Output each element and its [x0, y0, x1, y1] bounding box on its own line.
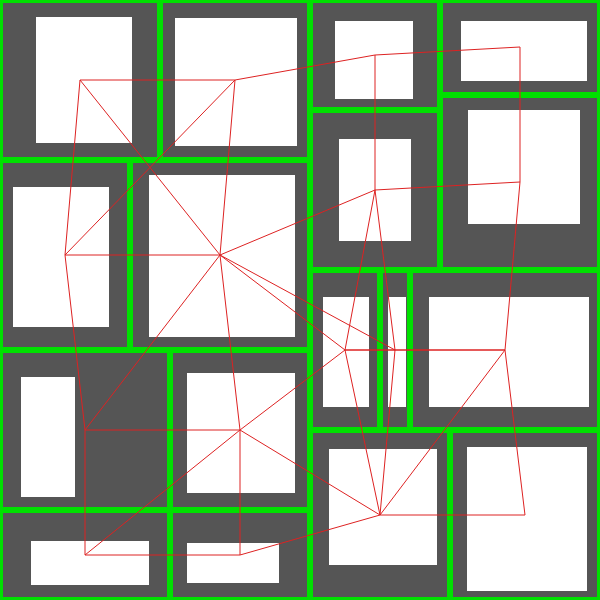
cell-1-inner: [175, 18, 297, 146]
cell-11-inner: [21, 377, 75, 497]
cell-10-inner: [429, 297, 589, 407]
packing-diagram: [0, 0, 600, 600]
cell-7: [130, 160, 310, 350]
cell-16-inner: [187, 543, 279, 583]
cell-4: [440, 95, 600, 270]
cell-11: [0, 350, 170, 510]
cell-3-inner: [461, 21, 587, 81]
cell-15: [0, 510, 170, 600]
cell-4-inner: [468, 110, 580, 224]
cell-0: [0, 0, 160, 160]
cell-15-inner: [31, 541, 149, 585]
cell-7-inner: [149, 175, 295, 337]
cell-14: [450, 430, 600, 600]
cell-9: [380, 270, 410, 430]
cell-2-inner: [335, 21, 413, 99]
cell-16: [170, 510, 310, 600]
cell-2: [310, 0, 440, 110]
cell-12-inner: [187, 373, 295, 493]
cell-13-inner: [329, 449, 437, 565]
cell-8-inner: [323, 297, 369, 407]
cell-6: [0, 160, 130, 350]
cell-10: [410, 270, 600, 430]
cell-5: [310, 110, 440, 270]
cell-6-inner: [13, 187, 109, 327]
cell-5-inner: [339, 139, 411, 241]
cell-12: [170, 350, 310, 510]
cell-14-inner: [467, 447, 587, 591]
cell-9-inner: [388, 297, 406, 407]
cell-8: [310, 270, 380, 430]
cell-0-inner: [36, 17, 132, 143]
cell-13: [310, 430, 450, 600]
cell-1: [160, 0, 310, 160]
cell-3: [440, 0, 600, 95]
